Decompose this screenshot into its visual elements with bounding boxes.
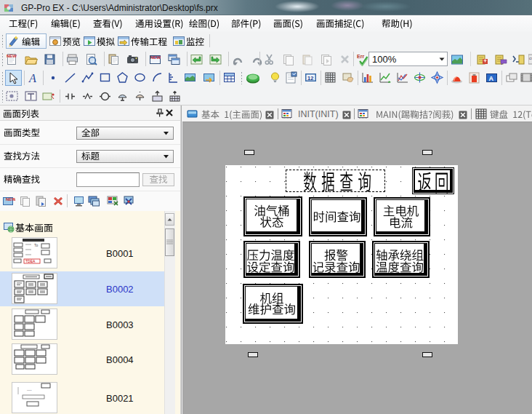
svg-text:cs: cs: [529, 56, 532, 60]
svg-text:TDEA: TDEA: [25, 259, 36, 263]
svg-text:----: ----: [27, 388, 32, 392]
svg-text:NEW: NEW: [6, 197, 15, 202]
svg-text:A: A: [489, 75, 494, 82]
svg-text:Err: Err: [357, 54, 364, 59]
svg-text:NEW: NEW: [7, 54, 17, 58]
svg-text:12: 12: [307, 75, 313, 81]
svg-text:NEW: NEW: [150, 55, 161, 60]
svg-text:A: A: [28, 72, 36, 84]
svg-text:To: To: [34, 243, 39, 247]
